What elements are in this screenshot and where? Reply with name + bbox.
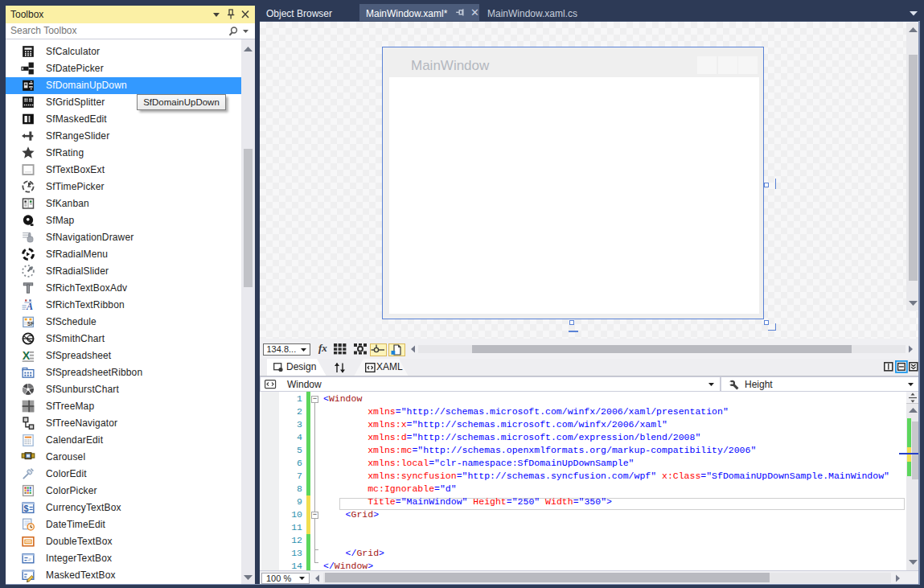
svg-text:$: $ <box>24 504 29 513</box>
svg-text:X: X <box>23 349 31 362</box>
svg-text:A: A <box>26 301 33 312</box>
svg-text:SF: SF <box>27 321 34 327</box>
